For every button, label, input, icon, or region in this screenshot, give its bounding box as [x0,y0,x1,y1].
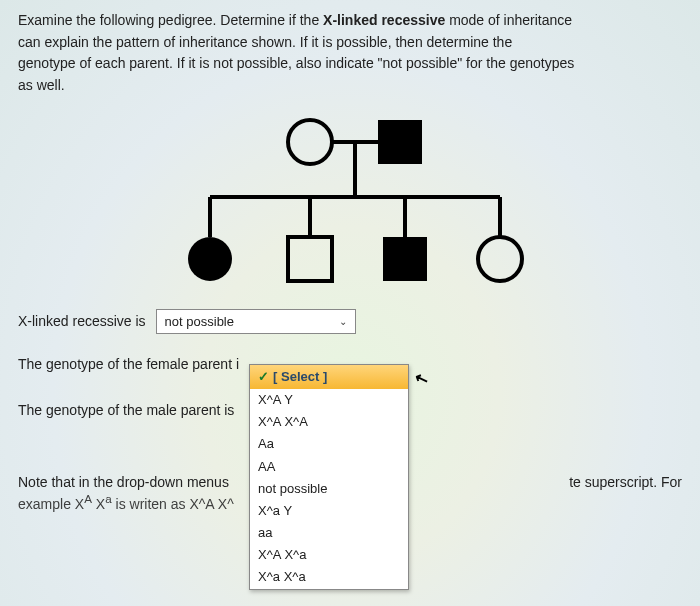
q2-select-open[interactable]: ✓[ Select ] ↖ X^A Y X^A X^A Aa AA not po… [249,364,409,590]
instr-text: mode of inheritance [445,12,572,28]
q2-label: The genotype of the female parent i [18,356,239,372]
dropdown-header[interactable]: ✓[ Select ] ↖ [250,365,408,389]
instr-bold: X-linked recessive [323,12,445,28]
chevron-down-icon: ⌄ [339,316,347,327]
q1-value: not possible [165,314,234,329]
svg-point-12 [478,237,522,281]
dropdown-option[interactable]: X^A Y [250,389,408,411]
q2-row: The genotype of the female parent i ✓[ S… [18,356,682,372]
footnote-text: X [92,495,105,511]
q3-label: The genotype of the male parent is [18,402,234,418]
dropdown-option[interactable]: X^a Y [250,500,408,522]
footnote-left: Note that in the drop-down menus [18,474,229,490]
instr-text: genotype of each parent. If it is not po… [18,55,574,71]
footnote-text: is writen as X^A X^ [112,495,234,511]
dropdown-option[interactable]: not possible [250,478,408,500]
dropdown-option[interactable]: X^a X^a [250,566,408,588]
footnote-sup: A [84,492,92,505]
footnote-right: te superscript. For [569,474,682,490]
svg-point-9 [188,237,232,281]
svg-point-0 [288,120,332,164]
instr-text: can explain the pattern of inheritance s… [18,34,512,50]
footnote-text: example X [18,495,84,511]
instr-text: as well. [18,77,65,93]
dropdown-option[interactable]: X^A X^a [250,544,408,566]
q1-label: X-linked recessive is [18,313,146,329]
q1-select[interactable]: not possible ⌄ [156,309,356,334]
dropdown-option[interactable]: aa [250,522,408,544]
dropdown-header-text: [ Select ] [273,369,327,384]
pedigree-diagram [160,107,540,297]
svg-rect-11 [383,237,427,281]
instr-text: Examine the following pedigree. Determin… [18,12,323,28]
svg-rect-10 [288,237,332,281]
svg-rect-1 [378,120,422,164]
dropdown-option[interactable]: X^A X^A [250,411,408,433]
q1-row: X-linked recessive is not possible ⌄ [18,309,682,334]
dropdown-option[interactable]: Aa [250,433,408,455]
question-instructions: Examine the following pedigree. Determin… [18,10,682,97]
dropdown-option[interactable]: AA [250,456,408,478]
cursor-icon: ↖ [412,366,432,391]
check-icon: ✓ [258,369,269,384]
